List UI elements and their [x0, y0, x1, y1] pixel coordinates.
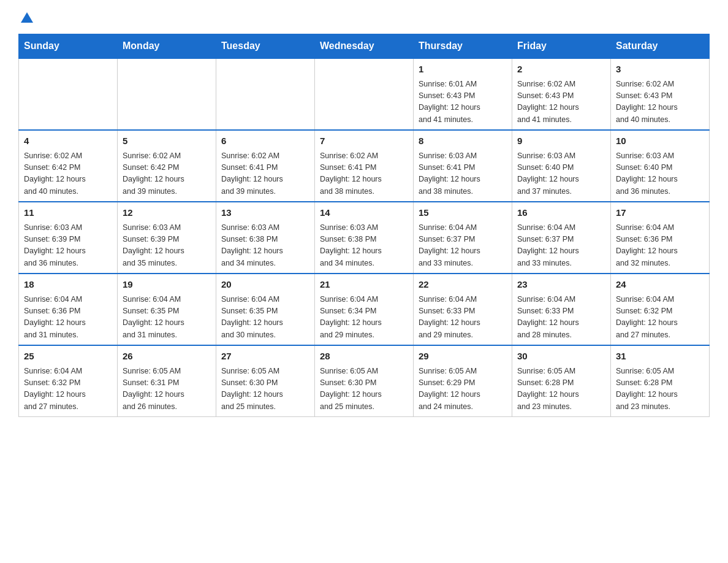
- calendar-cell: 3Sunrise: 6:02 AMSunset: 6:43 PMDaylight…: [611, 58, 710, 130]
- day-info: Sunrise: 6:04 AMSunset: 6:33 PMDaylight:…: [517, 294, 605, 342]
- day-info: Sunrise: 6:04 AMSunset: 6:36 PMDaylight:…: [616, 222, 704, 270]
- day-info: Sunrise: 6:03 AMSunset: 6:41 PMDaylight:…: [419, 150, 507, 198]
- day-info: Sunrise: 6:02 AMSunset: 6:43 PMDaylight:…: [517, 79, 605, 126]
- day-number: 12: [123, 206, 211, 220]
- day-info: Sunrise: 6:02 AMSunset: 6:42 PMDaylight:…: [123, 150, 211, 198]
- calendar-cell: 9Sunrise: 6:03 AMSunset: 6:40 PMDaylight…: [512, 130, 611, 202]
- day-number: 28: [320, 350, 408, 364]
- calendar-day-header: Sunday: [19, 34, 118, 59]
- calendar-cell: 10Sunrise: 6:03 AMSunset: 6:40 PMDayligh…: [611, 130, 710, 202]
- calendar-cell: 25Sunrise: 6:04 AMSunset: 6:32 PMDayligh…: [19, 345, 118, 417]
- calendar-cell: 26Sunrise: 6:05 AMSunset: 6:31 PMDayligh…: [118, 345, 216, 417]
- calendar-cell: 24Sunrise: 6:04 AMSunset: 6:32 PMDayligh…: [611, 274, 710, 345]
- day-number: 25: [24, 350, 112, 364]
- day-info: Sunrise: 6:05 AMSunset: 6:28 PMDaylight:…: [517, 366, 605, 413]
- day-info: Sunrise: 6:03 AMSunset: 6:40 PMDaylight:…: [616, 150, 704, 198]
- day-number: 7: [320, 134, 408, 148]
- day-info: Sunrise: 6:03 AMSunset: 6:40 PMDaylight:…: [517, 150, 605, 198]
- day-number: 30: [517, 350, 605, 364]
- day-info: Sunrise: 6:03 AMSunset: 6:38 PMDaylight:…: [221, 222, 309, 270]
- calendar-cell: 16Sunrise: 6:04 AMSunset: 6:37 PMDayligh…: [512, 202, 611, 274]
- calendar-cell: 27Sunrise: 6:05 AMSunset: 6:30 PMDayligh…: [216, 345, 315, 417]
- day-number: 6: [221, 134, 309, 148]
- day-info: Sunrise: 6:04 AMSunset: 6:37 PMDaylight:…: [419, 222, 507, 270]
- day-number: 18: [24, 278, 112, 292]
- day-info: Sunrise: 6:04 AMSunset: 6:33 PMDaylight:…: [419, 294, 507, 342]
- calendar-cell: [118, 58, 216, 130]
- day-number: 11: [24, 206, 112, 220]
- day-number: 16: [517, 206, 605, 220]
- week-row: 25Sunrise: 6:04 AMSunset: 6:32 PMDayligh…: [19, 345, 710, 417]
- calendar-cell: 22Sunrise: 6:04 AMSunset: 6:33 PMDayligh…: [414, 274, 512, 345]
- day-number: 13: [221, 206, 309, 220]
- day-number: 26: [123, 350, 211, 364]
- calendar-cell: 31Sunrise: 6:05 AMSunset: 6:28 PMDayligh…: [611, 345, 710, 417]
- day-info: Sunrise: 6:05 AMSunset: 6:31 PMDaylight:…: [123, 366, 211, 413]
- calendar-cell: 18Sunrise: 6:04 AMSunset: 6:36 PMDayligh…: [19, 274, 118, 345]
- day-number: 31: [616, 350, 704, 364]
- week-row: 11Sunrise: 6:03 AMSunset: 6:39 PMDayligh…: [19, 202, 710, 274]
- day-info: Sunrise: 6:03 AMSunset: 6:39 PMDaylight:…: [123, 222, 211, 270]
- calendar-cell: 19Sunrise: 6:04 AMSunset: 6:35 PMDayligh…: [118, 274, 216, 345]
- day-info: Sunrise: 6:04 AMSunset: 6:35 PMDaylight:…: [123, 294, 211, 342]
- day-number: 5: [123, 134, 211, 148]
- day-info: Sunrise: 6:03 AMSunset: 6:39 PMDaylight:…: [24, 222, 112, 270]
- day-number: 3: [616, 63, 704, 77]
- day-info: Sunrise: 6:02 AMSunset: 6:42 PMDaylight:…: [24, 150, 112, 198]
- day-number: 2: [517, 63, 605, 77]
- day-number: 15: [419, 206, 507, 220]
- day-number: 29: [419, 350, 507, 364]
- calendar-cell: 8Sunrise: 6:03 AMSunset: 6:41 PMDaylight…: [414, 130, 512, 202]
- calendar-day-header: Saturday: [611, 34, 710, 59]
- day-info: Sunrise: 6:03 AMSunset: 6:38 PMDaylight:…: [320, 222, 408, 270]
- week-row: 4Sunrise: 6:02 AMSunset: 6:42 PMDaylight…: [19, 130, 710, 202]
- calendar-cell: 5Sunrise: 6:02 AMSunset: 6:42 PMDaylight…: [118, 130, 216, 202]
- day-info: Sunrise: 6:05 AMSunset: 6:28 PMDaylight:…: [616, 366, 704, 413]
- calendar-cell: [315, 58, 414, 130]
- calendar-day-header: Monday: [118, 34, 216, 59]
- calendar-cell: 2Sunrise: 6:02 AMSunset: 6:43 PMDaylight…: [512, 58, 611, 130]
- calendar-cell: 7Sunrise: 6:02 AMSunset: 6:41 PMDaylight…: [315, 130, 414, 202]
- day-number: 9: [517, 134, 605, 148]
- day-number: 10: [616, 134, 704, 148]
- week-row: 18Sunrise: 6:04 AMSunset: 6:36 PMDayligh…: [19, 274, 710, 345]
- calendar-day-header: Wednesday: [315, 34, 414, 59]
- calendar-day-header: Thursday: [414, 34, 512, 59]
- day-number: 21: [320, 278, 408, 292]
- day-number: 22: [419, 278, 507, 292]
- calendar-cell: 4Sunrise: 6:02 AMSunset: 6:42 PMDaylight…: [19, 130, 118, 202]
- calendar-day-header: Tuesday: [216, 34, 315, 59]
- calendar-cell: [216, 58, 315, 130]
- day-info: Sunrise: 6:02 AMSunset: 6:41 PMDaylight:…: [221, 150, 309, 198]
- day-number: 23: [517, 278, 605, 292]
- calendar-cell: 14Sunrise: 6:03 AMSunset: 6:38 PMDayligh…: [315, 202, 414, 274]
- calendar-cell: 15Sunrise: 6:04 AMSunset: 6:37 PMDayligh…: [414, 202, 512, 274]
- day-number: 27: [221, 350, 309, 364]
- calendar-day-header: Friday: [512, 34, 611, 59]
- day-info: Sunrise: 6:05 AMSunset: 6:30 PMDaylight:…: [221, 366, 309, 413]
- day-number: 19: [123, 278, 211, 292]
- page-header: [18, 12, 710, 23]
- calendar-cell: 13Sunrise: 6:03 AMSunset: 6:38 PMDayligh…: [216, 202, 315, 274]
- day-number: 20: [221, 278, 309, 292]
- day-number: 24: [616, 278, 704, 292]
- day-info: Sunrise: 6:04 AMSunset: 6:32 PMDaylight:…: [616, 294, 704, 342]
- calendar-cell: 6Sunrise: 6:02 AMSunset: 6:41 PMDaylight…: [216, 130, 315, 202]
- day-number: 1: [419, 63, 507, 77]
- logo-triangle-icon: [21, 12, 33, 23]
- calendar-table: SundayMondayTuesdayWednesdayThursdayFrid…: [18, 34, 710, 417]
- week-row: 1Sunrise: 6:01 AMSunset: 6:43 PMDaylight…: [19, 58, 710, 130]
- day-number: 14: [320, 206, 408, 220]
- day-info: Sunrise: 6:05 AMSunset: 6:30 PMDaylight:…: [320, 366, 408, 413]
- day-info: Sunrise: 6:04 AMSunset: 6:34 PMDaylight:…: [320, 294, 408, 342]
- calendar-cell: 29Sunrise: 6:05 AMSunset: 6:29 PMDayligh…: [414, 345, 512, 417]
- calendar-cell: 23Sunrise: 6:04 AMSunset: 6:33 PMDayligh…: [512, 274, 611, 345]
- calendar-cell: 20Sunrise: 6:04 AMSunset: 6:35 PMDayligh…: [216, 274, 315, 345]
- calendar-cell: 11Sunrise: 6:03 AMSunset: 6:39 PMDayligh…: [19, 202, 118, 274]
- day-info: Sunrise: 6:04 AMSunset: 6:32 PMDaylight:…: [24, 366, 112, 413]
- day-info: Sunrise: 6:02 AMSunset: 6:43 PMDaylight:…: [616, 79, 704, 126]
- day-info: Sunrise: 6:02 AMSunset: 6:41 PMDaylight:…: [320, 150, 408, 198]
- day-info: Sunrise: 6:04 AMSunset: 6:36 PMDaylight:…: [24, 294, 112, 342]
- day-number: 17: [616, 206, 704, 220]
- day-number: 4: [24, 134, 112, 148]
